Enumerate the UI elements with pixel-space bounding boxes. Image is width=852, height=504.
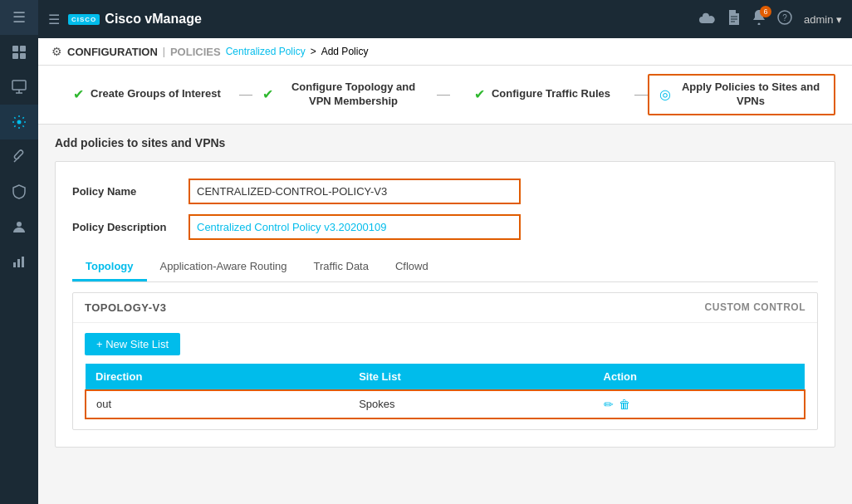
step2-icon: ✔ bbox=[262, 86, 273, 102]
nav-item-tools[interactable] bbox=[0, 139, 38, 174]
nav-item-monitor[interactable] bbox=[0, 70, 38, 105]
step4-label: Apply Policies to Sites and VPNs bbox=[678, 81, 824, 109]
add-policy-label: Add Policy bbox=[321, 46, 369, 57]
svg-rect-0 bbox=[12, 46, 18, 51]
col-direction: Direction bbox=[86, 364, 349, 390]
tab-cflowd[interactable]: Cflowd bbox=[382, 253, 442, 281]
svg-rect-3 bbox=[20, 53, 26, 59]
svg-point-7 bbox=[17, 120, 22, 125]
page-section-title: Add policies to sites and VPNs bbox=[55, 136, 835, 149]
svg-rect-2 bbox=[12, 53, 18, 59]
policy-desc-label: Policy Description bbox=[72, 221, 180, 233]
policy-tabs: Topology Application-Aware Routing Traff… bbox=[72, 253, 818, 282]
wizard-arrow-1: — bbox=[239, 87, 252, 102]
cloud-icon[interactable] bbox=[699, 12, 716, 27]
policy-desc-row: Policy Description bbox=[72, 214, 818, 240]
delete-icon[interactable]: 🗑 bbox=[619, 398, 630, 411]
edit-icon[interactable]: ✏ bbox=[604, 398, 614, 411]
notification-icon[interactable]: 6 bbox=[752, 10, 766, 28]
document-icon[interactable] bbox=[727, 10, 741, 28]
tab-topology[interactable]: Topology bbox=[72, 253, 147, 281]
svg-rect-4 bbox=[12, 81, 26, 90]
policies-label: POLICIES bbox=[170, 46, 221, 58]
step4-icon: ◎ bbox=[659, 86, 671, 102]
cell-action: ✏ 🗑 bbox=[594, 390, 805, 418]
policy-name-row: Policy Name bbox=[72, 179, 818, 204]
step2-label: Configure Topology and VPN Membership bbox=[280, 81, 427, 109]
svg-point-15 bbox=[757, 23, 760, 26]
breadcrumb-separator: | bbox=[163, 46, 165, 57]
step3-icon: ✔ bbox=[474, 86, 485, 102]
section-title: CONFIGURATION bbox=[67, 46, 158, 58]
nav-item-reports[interactable] bbox=[0, 244, 38, 279]
main-card: Policy Name Policy Description Topology … bbox=[55, 161, 835, 448]
col-site-list: Site List bbox=[349, 364, 593, 390]
topology-card: TOPOLOGY-V3 CUSTOM CONTROL + New Site Li… bbox=[72, 292, 818, 430]
content-area: ⚙ CONFIGURATION | POLICIES Centralized P… bbox=[38, 38, 852, 504]
nav-item-admin[interactable] bbox=[0, 209, 38, 244]
left-nav: ☰ bbox=[0, 0, 38, 504]
topology-table: Direction Site List Action out Spokes bbox=[85, 364, 805, 419]
notification-badge: 6 bbox=[760, 6, 771, 17]
breadcrumb-arrow: > bbox=[311, 46, 316, 57]
topbar-icons: 6 ? admin ▾ bbox=[699, 10, 842, 28]
svg-point-8 bbox=[17, 222, 22, 227]
wizard-steps: ✔ Create Groups of Interest — ✔ Configur… bbox=[38, 66, 852, 125]
nav-item-menu[interactable]: ☰ bbox=[0, 0, 38, 35]
policy-name-input[interactable] bbox=[189, 179, 521, 204]
tab-app-aware-routing[interactable]: Application-Aware Routing bbox=[147, 253, 301, 281]
centralized-policy-link[interactable]: Centralized Policy bbox=[226, 46, 306, 57]
step1-icon: ✔ bbox=[73, 86, 84, 102]
topology-card-body: + New Site List Direction Site List Acti… bbox=[73, 323, 817, 429]
step3-label: Configure Traffic Rules bbox=[492, 87, 610, 101]
svg-rect-1 bbox=[20, 46, 26, 51]
topology-card-subtitle: CUSTOM CONTROL bbox=[705, 301, 805, 313]
wizard-arrow-2: — bbox=[437, 87, 450, 102]
breadcrumb: ⚙ CONFIGURATION | POLICIES Centralized P… bbox=[38, 38, 852, 66]
nav-item-security[interactable] bbox=[0, 174, 38, 209]
cell-site-list: Spokes bbox=[349, 390, 593, 418]
wizard-step-3[interactable]: ✔ Configure Traffic Rules bbox=[450, 81, 634, 107]
svg-text:?: ? bbox=[782, 13, 787, 22]
svg-rect-9 bbox=[13, 262, 16, 267]
topology-card-header: TOPOLOGY-V3 CUSTOM CONTROL bbox=[73, 293, 817, 323]
tab-traffic-data[interactable]: Traffic Data bbox=[301, 253, 382, 281]
help-icon[interactable]: ? bbox=[777, 10, 792, 28]
action-icons: ✏ 🗑 bbox=[604, 398, 794, 411]
menu-toggle[interactable]: ☰ bbox=[48, 12, 60, 27]
user-menu[interactable]: admin ▾ bbox=[804, 13, 842, 26]
new-site-list-button[interactable]: + New Site List bbox=[85, 333, 180, 355]
cisco-logo-mark: CISCO bbox=[68, 14, 100, 25]
policy-desc-input[interactable] bbox=[189, 214, 521, 240]
wizard-arrow-3: — bbox=[634, 87, 648, 102]
topbar: ☰ CISCO Cisco vManage 6 ? admin ▾ bbox=[38, 0, 852, 38]
topology-card-title: TOPOLOGY-V3 bbox=[85, 301, 166, 314]
svg-rect-10 bbox=[17, 259, 20, 267]
wizard-step-4[interactable]: ◎ Apply Policies to Sites and VPNs bbox=[648, 74, 835, 115]
cisco-logo: CISCO Cisco vManage bbox=[68, 12, 202, 27]
table-row: out Spokes ✏ 🗑 bbox=[86, 390, 805, 418]
app-name: Cisco vManage bbox=[105, 12, 201, 27]
main-content: ☰ CISCO Cisco vManage 6 ? admin ▾ bbox=[38, 0, 852, 504]
wizard-step-2[interactable]: ✔ Configure Topology and VPN Membership bbox=[252, 76, 437, 114]
nav-item-configuration[interactable] bbox=[0, 105, 38, 139]
nav-item-dashboard[interactable] bbox=[0, 35, 38, 70]
step1-label: Create Groups of Interest bbox=[91, 87, 221, 101]
col-action: Action bbox=[594, 364, 805, 390]
policy-name-label: Policy Name bbox=[72, 185, 180, 198]
config-icon: ⚙ bbox=[51, 45, 62, 58]
wizard-step-1[interactable]: ✔ Create Groups of Interest bbox=[55, 81, 239, 107]
svg-rect-11 bbox=[22, 257, 24, 267]
cell-direction: out bbox=[86, 390, 349, 418]
page-body: Add policies to sites and VPNs Policy Na… bbox=[38, 125, 852, 504]
